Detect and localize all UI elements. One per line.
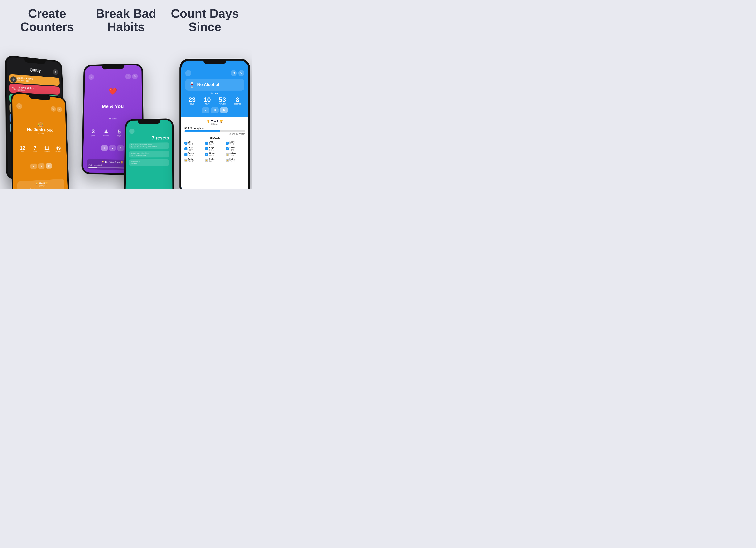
goal-item: ✓ 1dayTier 4 (184, 146, 204, 151)
goals-title: All Goals (184, 137, 245, 140)
blue-tabs: Y M D (185, 107, 244, 113)
blue-nav: ‹ ⏱ ✎ (185, 70, 244, 76)
headline-2: Break BadHabits (86, 7, 165, 34)
history-button[interactable]: ⏱ (231, 70, 237, 76)
orange-content: ‹ ⏱ ✎ 🍔 No Junk Food It's been 12 days (12, 93, 68, 188)
tab-y[interactable]: Y (101, 145, 107, 151)
goal-text: 3mthsTier 12 (229, 158, 235, 163)
edit-button[interactable]: ✎ (57, 106, 62, 112)
laurel-right: 🏆 (220, 120, 223, 123)
notch-blue (203, 59, 226, 64)
tab-y[interactable]: Y (202, 107, 209, 113)
back-button[interactable]: ‹ (185, 70, 191, 76)
stat-hours: 10 hours (200, 96, 214, 105)
stat-lbl: seconds (53, 150, 63, 152)
reset-detail: Reset on... (131, 163, 138, 164)
tab-m[interactable]: M (211, 107, 219, 113)
goal-item: 🔒 3mthsTier 12 (226, 158, 245, 163)
stat-lbl: days (17, 150, 28, 152)
screen-blue: ‹ ⏱ ✎ 🍷 No Alcohol It's been 23 days (181, 61, 248, 188)
goal-text: 30daysTier 9 (229, 152, 236, 157)
goal-text: 12hrsTier 3 (229, 141, 235, 145)
goal-check-icon: ✓ (184, 147, 187, 150)
tab-d[interactable]: D (220, 107, 228, 113)
stat-val: 5 (113, 128, 125, 135)
habit-card: 🍷 No Alcohol (185, 79, 244, 91)
purple-nav: ‹ ⏱ ✎ (88, 74, 138, 80)
tier-row: 🏆 Tier 9 🏆 (184, 120, 245, 123)
stat-val: 8 (231, 96, 245, 103)
orange-tabs: Y M D (17, 163, 64, 170)
stat-val: 23 (185, 96, 199, 103)
stat-val: 53 (216, 96, 229, 103)
back-button[interactable]: ‹ (129, 129, 135, 134)
stat-val: 12 (17, 145, 28, 150)
phone-orange: ‹ ⏱ ✎ 🍔 No Junk Food It's been 12 days (11, 91, 69, 188)
chevron-icon: › (57, 80, 57, 83)
goal-text: 7daysTier 7 (188, 152, 194, 157)
goal-check-icon: ✓ (184, 141, 187, 145)
stat-days: 12 days (17, 145, 28, 152)
screen-orange: ‹ ⏱ ✎ 🍔 No Junk Food It's been 12 days (12, 93, 68, 188)
goal-check-icon: ✓ (205, 153, 208, 156)
goal-check-icon: ✓ (226, 147, 229, 150)
stat-val: 11 (42, 145, 52, 150)
stat-lbl: minutes (216, 103, 229, 105)
edit-button[interactable]: ✎ (132, 74, 138, 79)
tier-label: Tier 9 (211, 120, 218, 123)
headline-1: CreateCounters (8, 7, 86, 34)
stat-lbl: seconds (231, 103, 245, 105)
stat-days: 5 days (113, 128, 125, 137)
goal-item: ✓ 2daysTier 5 (205, 146, 225, 151)
goal-lock-icon: 🔒 (184, 159, 187, 162)
stat-val: 4 (100, 128, 112, 135)
stat-lbl: minutes (42, 150, 52, 152)
goal-item: ✓ 5hrsTier 2 (205, 141, 225, 145)
history-button[interactable]: ⏱ (125, 74, 131, 79)
stat-lbl: months (100, 135, 112, 137)
reset-item: 1mth 23days 9hrs 10min streak Tier 10 · … (129, 142, 169, 149)
tab-m[interactable]: M (109, 145, 116, 151)
teal-nav: ‹ (129, 128, 169, 134)
stat-minutes: 11 minutes (42, 145, 52, 152)
list-title: Quitly (30, 67, 41, 73)
blue-top: ‹ ⏱ ✎ 🍷 No Alcohol It's been 23 days (181, 61, 248, 117)
goal-item: ✓ 4daysTier 6 (226, 146, 245, 151)
history-button[interactable]: ⏱ (51, 106, 56, 112)
edit-button[interactable]: ✎ (238, 70, 244, 76)
goals-grid: ✓ 1hrTier 1 ✓ 5hrsTier 2 ✓ 12hrsTier 3 ✓… (184, 141, 245, 163)
goal-item: 🔒 2mthsTier 11 (205, 158, 225, 163)
goal-item: ✓ 7daysTier 7 (184, 152, 204, 157)
tab-m[interactable]: M (38, 163, 44, 169)
goal-text: 5hrsTier 2 (209, 141, 214, 145)
goal-lock-icon: 🔒 (226, 153, 229, 156)
goal-check-icon: ✓ (205, 147, 208, 150)
teal-content: ‹ 7 resets 1mth 23days 9hrs 10min streak… (125, 120, 173, 188)
stat-seconds: 8 seconds (231, 96, 245, 105)
tab-d[interactable]: D (117, 145, 124, 151)
resets-title: 7 resets (129, 135, 169, 141)
goal-item: 🔒 1mthTier 10 (184, 158, 204, 163)
stat-seconds: 49 seconds (53, 146, 63, 152)
progress-fill (184, 130, 220, 132)
tab-d[interactable]: D (46, 163, 52, 169)
goal-text: 14daysTier 8 (209, 152, 215, 157)
back-button[interactable]: ‹ (16, 103, 22, 109)
header-icons: ⏱ ✎ (231, 70, 244, 76)
reset-detail: Tier 12 on 10 Jul 2024 (131, 154, 146, 156)
stat-years: 3 years (87, 128, 99, 137)
blue-bottom: 🏆 Tier 9 🏆 30days 59,1 % completed 6 day… (181, 117, 248, 188)
notch-purple (102, 64, 124, 69)
phones-area: Quitly + ⚙ 🍔 2 mths, 3 days No Junk Food… (0, 32, 252, 188)
stat-lbl: hours (200, 103, 214, 105)
add-button[interactable]: + (53, 69, 58, 75)
phone-teal: ‹ 7 resets 1mth 23days 9hrs 10min streak… (124, 118, 174, 188)
stat-hours: 7 hours (30, 145, 40, 152)
goal-text: 2daysTier 5 (209, 146, 214, 151)
tab-y[interactable]: Y (30, 163, 37, 169)
tier-sub: 30days (184, 123, 245, 125)
screen-teal: ‹ 7 resets 1mth 23days 9hrs 10min streak… (125, 120, 173, 188)
back-button[interactable]: ‹ (88, 74, 94, 80)
notch-teal (138, 119, 160, 124)
orange-stats: 12 days 7 hours 11 minutes 49 seconds (17, 145, 63, 152)
